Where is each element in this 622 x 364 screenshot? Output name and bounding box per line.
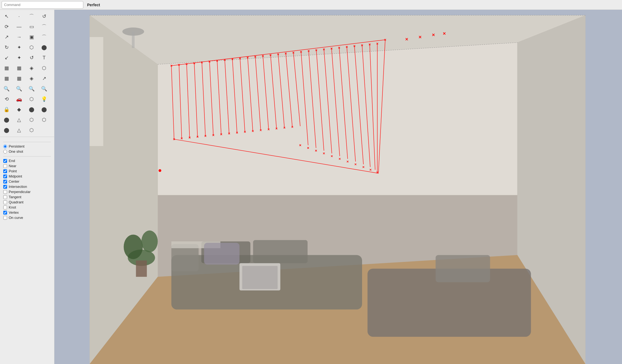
perfect-label: Perfect — [87, 3, 100, 7]
tool-grid[interactable]: ▦ — [1, 63, 12, 73]
tool-car[interactable]: 🚗 — [14, 94, 24, 104]
tool-undo[interactable]: ⟲ — [1, 94, 12, 104]
persistent-radio[interactable] — [3, 145, 7, 148]
center-option[interactable]: Center — [3, 179, 51, 183]
intersection-checkbox[interactable] — [3, 185, 7, 189]
tool-globe[interactable]: ⬤ — [1, 125, 12, 135]
tool-rect[interactable]: ▭ — [26, 22, 37, 32]
oncurve-checkbox[interactable] — [3, 216, 7, 220]
oneshot-label: One shot — [9, 149, 23, 154]
quadrant-label: Quadrant — [9, 200, 23, 204]
tool-rotate3[interactable]: ↻ — [1, 42, 12, 52]
tool-hex2[interactable]: ⬡ — [39, 63, 50, 73]
near-label: Near — [9, 164, 16, 168]
knot-option[interactable]: Knot — [3, 205, 51, 209]
svg-point-13 — [124, 235, 143, 259]
tool-rotate4[interactable]: ↺ — [26, 53, 37, 63]
quadrant-option[interactable]: Quadrant — [3, 200, 51, 204]
tangent-checkbox[interactable] — [3, 195, 7, 199]
main-layout: ↖ · ⌒ ↺ ⟳ — ▭ ⌒ ↗ → ▣ ⌒ ↻ ✦ ⬡ ⬤ ↙ ✦ ↺ T … — [0, 10, 622, 364]
snap-divider — [3, 142, 51, 142]
knot-label: Knot — [9, 205, 16, 209]
point-checkbox[interactable] — [3, 169, 7, 173]
top-bar: Perfect — [0, 0, 622, 10]
center-label: Center — [9, 179, 19, 183]
point-option[interactable]: Point — [3, 169, 51, 173]
oneshot-radio[interactable] — [3, 150, 7, 154]
knot-checkbox[interactable] — [3, 206, 7, 209]
tool-rotate[interactable]: ↺ — [39, 11, 50, 21]
center-checkbox[interactable] — [3, 180, 7, 183]
tool-tri[interactable]: △ — [14, 115, 24, 125]
tool-arc2[interactable]: ⌒ — [39, 32, 50, 42]
tool-hex[interactable]: ⬡ — [26, 42, 37, 52]
midpoint-checkbox[interactable] — [3, 175, 7, 178]
end-option[interactable]: End — [3, 159, 51, 163]
svg-rect-11 — [132, 32, 134, 48]
tool-diamond2[interactable]: ◈ — [26, 74, 37, 83]
tool-diamond3[interactable]: ◆ — [14, 105, 24, 114]
persistent-label: Persistent — [9, 144, 24, 148]
tool-point[interactable]: · — [14, 11, 24, 21]
oneshot-option[interactable]: One shot — [3, 149, 51, 154]
tool-sphere[interactable]: ⬤ — [26, 105, 37, 114]
tool-sphere2[interactable]: ⬤ — [39, 105, 50, 114]
midpoint-option[interactable]: Midpoint — [3, 174, 51, 178]
tool-arrow[interactable]: ↗ — [1, 32, 12, 42]
oncurve-option[interactable]: On curve — [3, 216, 51, 220]
intersection-option[interactable]: Intersection — [3, 185, 51, 189]
end-checkbox[interactable] — [3, 159, 7, 163]
tool-circle[interactable]: ⬤ — [39, 42, 50, 52]
room-scene — [54, 10, 622, 364]
tool-lock[interactable]: 🔒 — [1, 105, 12, 114]
tool-light[interactable]: 💡 — [39, 94, 50, 104]
tangent-option[interactable]: Tangent — [3, 195, 51, 199]
toolbar: ↖ · ⌒ ↺ ⟳ — ▭ ⌒ ↗ → ▣ ⌒ ↻ ✦ ⬡ ⬤ ↙ ✦ ↺ T … — [0, 10, 54, 137]
tool-diamond[interactable]: ◈ — [26, 63, 37, 73]
perpendicular-checkbox[interactable] — [3, 190, 7, 194]
end-label: End — [9, 159, 15, 163]
tool-hex3[interactable]: ⬡ — [26, 115, 37, 125]
persistent-option[interactable]: Persistent — [3, 144, 51, 148]
point-label: Point — [9, 169, 17, 173]
tool-circle2[interactable]: ⬤ — [1, 115, 12, 125]
tool-grid4[interactable]: ▦ — [14, 74, 24, 83]
command-input[interactable] — [2, 1, 83, 9]
tool-solid[interactable]: ▣ — [26, 32, 37, 42]
tool-zoom[interactable]: 🔍 — [1, 84, 12, 94]
quadrant-checkbox[interactable] — [3, 200, 7, 204]
perpendicular-option[interactable]: Perpendicular — [3, 190, 51, 194]
tool-arrow2[interactable]: ↗ — [39, 74, 50, 83]
svg-point-14 — [141, 231, 158, 252]
tool-rotate2[interactable]: ⟳ — [1, 22, 12, 32]
tool-grid3[interactable]: ▦ — [1, 74, 12, 83]
perpendicular-label: Perpendicular — [9, 190, 30, 194]
sidebar: ↖ · ⌒ ↺ ⟳ — ▭ ⌒ ↗ → ▣ ⌒ ↻ ✦ ⬡ ⬤ ↙ ✦ ↺ T … — [0, 10, 54, 364]
snap-divider2 — [3, 156, 51, 157]
tool-grid2[interactable]: ▦ — [14, 63, 24, 73]
tool-text[interactable]: T — [39, 53, 50, 63]
tool-zoom2[interactable]: 🔍 — [14, 84, 24, 94]
tool-star2[interactable]: ✦ — [14, 53, 24, 63]
tool-zoom4[interactable]: 🔍 — [39, 84, 50, 94]
tool-diag[interactable]: ↙ — [1, 53, 12, 63]
vertex-checkbox[interactable] — [3, 211, 7, 215]
tool-move[interactable]: → — [14, 32, 24, 42]
near-option[interactable]: Near — [3, 164, 51, 168]
tool-cone[interactable]: △ — [14, 125, 24, 135]
tool-mesh[interactable]: ⬡ — [26, 94, 37, 104]
midpoint-label: Midpoint — [9, 174, 22, 178]
tool-curve[interactable]: ⌒ — [26, 11, 37, 21]
vertex-option[interactable]: Vertex — [3, 210, 51, 215]
tool-hex4[interactable]: ⬡ — [39, 115, 50, 125]
svg-rect-173 — [242, 266, 278, 289]
canvas-area[interactable] — [54, 10, 622, 364]
tool-arc[interactable]: ⌒ — [39, 22, 50, 32]
tool-star[interactable]: ✦ — [14, 42, 24, 52]
tool-line[interactable]: — — [14, 22, 24, 32]
tool-select[interactable]: ↖ — [1, 11, 12, 21]
tool-handle[interactable]: ⬡ — [26, 125, 37, 135]
tool-zoom3[interactable]: 🔍 — [26, 84, 37, 94]
svg-point-167 — [158, 169, 161, 172]
near-checkbox[interactable] — [3, 164, 7, 168]
